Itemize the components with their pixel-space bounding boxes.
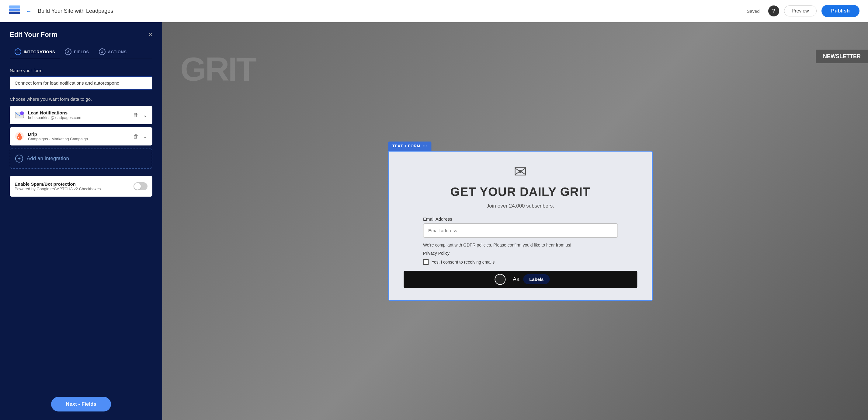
page-title: Build Your Site with Leadpages [38,8,113,14]
lead-notifications-icon [14,110,24,120]
panel-header: Edit Your Form × [10,31,152,39]
tab-num-1: 1 [14,49,21,55]
drip-delete-icon[interactable]: 🗑 [133,133,139,140]
drip-info: Drip Campaigns - Marketing Campaign [28,131,130,141]
tab-actions[interactable]: 3 ACTIONS [94,46,132,59]
drip-expand-icon[interactable]: ⌄ [143,133,148,140]
email-field-label: Email Address [423,216,618,221]
widget-heading: GET YOUR DAILY GRIT [451,185,591,199]
add-icon: + [15,155,23,162]
top-navigation: ← Build Your Site with Leadpages Saved ?… [0,0,868,22]
tab-label-actions: ACTIONS [108,50,127,54]
drip-icon [14,131,24,141]
tab-fields[interactable]: 2 FIELDS [60,46,94,59]
tab-integrations[interactable]: 1 INTEGRATIONS [10,46,60,59]
newsletter-label: NEWSLETTER [816,50,868,63]
help-button[interactable]: ? [768,5,779,17]
publish-button[interactable]: Publish [822,5,860,17]
widget-label-text: TEXT + FORM [392,144,420,148]
lead-notifications-row: Lead Notifications bob.sparkins@leadpage… [10,106,152,124]
consent-label: Yes, I consent to receiving emails [432,260,495,265]
leadpages-logo [8,5,21,17]
back-button[interactable]: ← [26,8,32,14]
next-button[interactable]: Next - Fields [51,397,111,412]
spam-info: Enable Spam/Bot protection Powered by Go… [14,181,102,191]
add-integration-label: Add an Integration [27,155,69,161]
add-integration-button[interactable]: + Add an Integration [10,149,152,169]
widget-body: ✉ GET YOUR DAILY GRIT Join over 24,000 s… [388,151,653,301]
consent-checkbox[interactable] [423,259,429,265]
widget-sub: Join over 24,000 subscribers. [487,203,554,209]
lead-notifications-delete-icon[interactable]: 🗑 [133,112,139,118]
svg-rect-2 [9,5,20,8]
form-name-label: Name your form [10,68,152,73]
saved-indicator: Saved [747,8,760,14]
tabs-row: 1 INTEGRATIONS 2 FIELDS 3 ACTIONS [10,46,152,59]
tab-label-fields: FIELDS [74,50,89,54]
widget-form: Email Address We're compliant with GDPR … [423,216,618,271]
lead-notifications-expand-icon[interactable]: ⌄ [143,112,148,118]
text-form-widget[interactable]: TEXT + FORM ··· ✉ GET YOUR DAILY GRIT Jo… [388,142,653,301]
gdpr-text: We're compliant with GDPR policies. Plea… [423,242,618,248]
main-layout: Edit Your Form × 1 INTEGRATIONS 2 FIELDS… [0,22,868,420]
drip-name: Drip [28,131,130,137]
email-input[interactable] [423,223,618,238]
lead-notifications-sub: bob.sparkins@leadpages.com [28,115,130,120]
svg-rect-1 [9,11,20,14]
toggle-knob [134,183,141,190]
form-name-input[interactable] [10,76,152,90]
choose-label: Choose where you want form data to go. [10,96,152,102]
tab-num-2: 2 [65,49,71,55]
widget-label-bar: TEXT + FORM ··· [388,142,432,151]
preview-button[interactable]: Preview [784,5,816,17]
spam-toggle[interactable] [133,182,148,190]
toolbar-circle-icon[interactable] [495,274,505,285]
tab-num-3: 3 [99,49,105,55]
drip-row: Drip Campaigns - Marketing Campaign 🗑 ⌄ [10,127,152,146]
tab-label-integrations: INTEGRATIONS [24,50,55,54]
canvas-area: GRIT NEWSLETTER TEXT + FORM ··· ✉ GET YO… [162,22,868,420]
svg-rect-0 [9,8,20,11]
toolbar-aa-label[interactable]: Aa [513,276,520,282]
drip-sub: Campaigns - Marketing Campaign [28,137,130,141]
lead-notifications-name: Lead Notifications [28,110,130,115]
spam-sub: Powered by Google reCAPTCHA v2 Checkboxe… [14,186,102,191]
lead-notifications-actions: 🗑 ⌄ [133,112,148,118]
mail-icon: ✉ [514,164,527,180]
panel-footer: Next - Fields [10,397,152,412]
spam-title: Enable Spam/Bot protection [14,181,102,186]
panel-close-button[interactable]: × [148,31,152,39]
consent-row: Yes, I consent to receiving emails [423,259,618,265]
svg-point-4 [20,111,24,115]
toolbar-labels-button[interactable]: Labels [523,274,550,284]
spam-protection-row: Enable Spam/Bot protection Powered by Go… [10,176,152,197]
widget-toolbar: Aa Labels [404,271,637,288]
widget-dots-button[interactable]: ··· [423,143,427,149]
lead-notifications-info: Lead Notifications bob.sparkins@leadpage… [28,110,130,120]
edit-form-panel: Edit Your Form × 1 INTEGRATIONS 2 FIELDS… [0,22,162,420]
panel-title: Edit Your Form [10,31,58,39]
privacy-policy-link[interactable]: Privacy Policy [423,251,618,256]
drip-actions: 🗑 ⌄ [133,133,148,140]
